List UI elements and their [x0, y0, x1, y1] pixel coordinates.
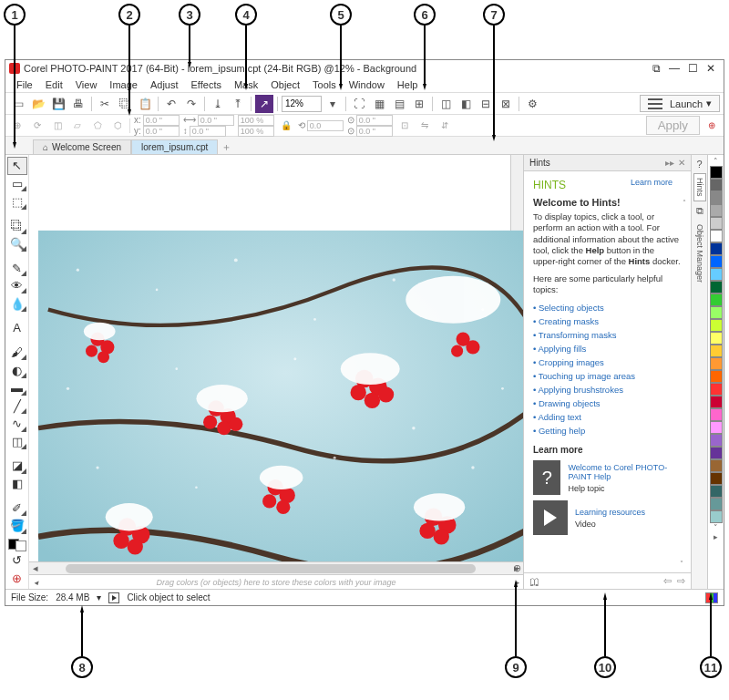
clone-tool-icon[interactable]: ✎ [7, 259, 27, 277]
palette-swatch[interactable] [710, 332, 723, 345]
menu-adjust[interactable]: Adjust [145, 78, 184, 91]
palette-swatch[interactable] [710, 421, 723, 434]
palette-swatch[interactable] [710, 357, 723, 370]
palette-swatch[interactable] [710, 319, 723, 332]
palette-swatch[interactable] [710, 459, 723, 472]
learn-more-help[interactable]: ? Welcome to Corel PHOTO-PAINT Help Help… [533, 460, 682, 495]
menu-help[interactable]: Help [392, 78, 424, 91]
width-input[interactable] [198, 115, 234, 126]
topic-link[interactable]: Touching up image areas [533, 369, 682, 383]
mask-transform-tool-icon[interactable]: ⬚ [7, 192, 27, 211]
color-swatch[interactable] [8, 539, 26, 551]
new-icon[interactable]: ▭ [9, 95, 27, 113]
learn-more-link-top[interactable]: Learn more [631, 179, 673, 188]
eraser-tool-icon[interactable]: ◫ [7, 433, 27, 451]
menu-view[interactable]: View [70, 78, 103, 91]
minimize-button[interactable]: — [665, 62, 683, 75]
palette-swatch[interactable] [710, 396, 723, 408]
palette-left-icon[interactable]: ◂ [29, 578, 42, 587]
redo-icon[interactable]: ↷ [182, 95, 200, 113]
palette-swatch[interactable] [710, 255, 723, 268]
image-window[interactable] [29, 155, 523, 561]
hints-scrollbar[interactable]: ˄˅ [680, 199, 689, 569]
scale-x-input[interactable] [238, 115, 274, 126]
dropshadow-tool-icon[interactable]: ◪ [7, 457, 27, 475]
docker-tab-hints[interactable]: Hints [693, 173, 706, 201]
topic-link[interactable]: Creating masks [533, 314, 682, 328]
topic-link[interactable]: Transforming masks [533, 328, 682, 342]
cut-icon[interactable]: ✂ [96, 95, 114, 113]
palette-swatch[interactable] [710, 434, 723, 447]
toolbox-expand-icon[interactable]: ⊕ [7, 569, 27, 587]
print-icon[interactable]: 🖶 [69, 95, 87, 113]
palette-swatch[interactable] [710, 268, 723, 281]
scale-y-input[interactable] [238, 126, 274, 137]
status-play-icon[interactable] [108, 592, 119, 603]
palette-swatch[interactable] [710, 370, 723, 383]
palette-swatch[interactable] [710, 179, 723, 191]
mask-rectangle-tool-icon[interactable]: ▭ [7, 175, 27, 193]
palette-swatch[interactable] [710, 204, 723, 217]
palette-swatch[interactable] [710, 242, 723, 255]
export-icon[interactable]: ⤒ [229, 95, 247, 113]
hints-back-icon[interactable]: ⇦ [663, 575, 672, 587]
topic-link[interactable]: Selecting objects [533, 301, 682, 314]
topic-link[interactable]: Drawing objects [533, 396, 682, 410]
help-icon[interactable]: ? [696, 159, 702, 170]
palette-swatch[interactable] [710, 408, 723, 421]
palette-flyout-icon[interactable]: ▸ [714, 532, 718, 541]
liquid-tool-icon[interactable]: 💧 [7, 294, 27, 313]
palette-swatch[interactable] [710, 447, 723, 459]
eyedropper-tool-icon[interactable]: ✐ [7, 499, 27, 517]
palette-swatch[interactable] [710, 345, 723, 357]
topic-link[interactable]: Applying brushstrokes [533, 383, 682, 396]
zoom-dropdown-icon[interactable]: ▾ [323, 95, 342, 113]
add-tab-button[interactable]: ＋ [218, 140, 234, 154]
palette-swatch[interactable] [710, 383, 723, 396]
palette-swatch[interactable] [710, 498, 723, 510]
mask-overlay-icon[interactable]: ◫ [436, 95, 455, 113]
scrollbar-thumb[interactable] [66, 564, 476, 573]
palette-swatch[interactable] [710, 485, 723, 498]
red-eye-tool-icon[interactable]: 👁 [7, 277, 27, 295]
fullscreen-icon[interactable]: ⛶ [350, 95, 368, 113]
paint-tool-icon[interactable]: 🖌 [7, 344, 27, 362]
flip-v-icon[interactable]: ⇵ [436, 118, 453, 134]
fill-tool-icon[interactable]: 🪣 [7, 517, 27, 535]
remove-mask-icon[interactable]: ⊠ [497, 95, 515, 113]
pos-x-input[interactable] [143, 115, 180, 126]
guidelines-icon[interactable]: ⊞ [410, 95, 428, 113]
import-icon[interactable]: ⤓ [209, 95, 227, 113]
topic-link[interactable]: Adding text [533, 410, 682, 424]
scale-icon[interactable]: ◫ [49, 118, 66, 134]
docker-tab-object-manager[interactable]: Object Manager [694, 221, 705, 286]
tab-document[interactable]: lorem_ipsum.cpt [131, 139, 218, 154]
line-tool-icon[interactable]: ╱ [7, 396, 27, 415]
palette-swatch[interactable] [710, 166, 723, 179]
center-y-input[interactable] [356, 126, 393, 137]
open-icon[interactable]: 📂 [29, 95, 47, 113]
menu-tools[interactable]: Tools [307, 78, 342, 91]
menu-window[interactable]: Window [344, 78, 390, 91]
mask-marquee-icon[interactable]: ◧ [457, 95, 475, 113]
effect-tool-icon[interactable]: ◐ [7, 361, 27, 379]
window-docs-icon[interactable]: ⧉ [647, 62, 665, 75]
tab-welcome[interactable]: ⌂ Welcome Screen [33, 139, 131, 154]
object-manager-icon[interactable]: ⧉ [696, 205, 703, 217]
palette-swatch[interactable] [710, 510, 723, 523]
launch-button[interactable]: Launch ▾ [640, 95, 720, 112]
distort-icon[interactable]: ⬠ [89, 118, 106, 134]
topic-link[interactable]: Applying fills [533, 342, 682, 355]
lock-ratio-icon[interactable]: 🔒 [278, 118, 294, 134]
topic-link[interactable]: Getting help [533, 424, 682, 438]
menu-effects[interactable]: Effects [186, 78, 227, 91]
path-tool-icon[interactable]: ∿ [7, 415, 27, 433]
transparency-tool-icon[interactable]: ◧ [7, 475, 27, 493]
topic-link[interactable]: Cropping images [533, 355, 682, 369]
palette-swatch[interactable] [710, 217, 723, 230]
palette-up-icon[interactable]: ˄ [714, 157, 718, 166]
perspective-icon[interactable]: ⬡ [109, 118, 126, 134]
text-tool-icon[interactable]: A [7, 319, 27, 337]
pos-y-input[interactable] [143, 126, 180, 137]
zoom-tool-icon[interactable]: 🔍 [7, 235, 27, 253]
